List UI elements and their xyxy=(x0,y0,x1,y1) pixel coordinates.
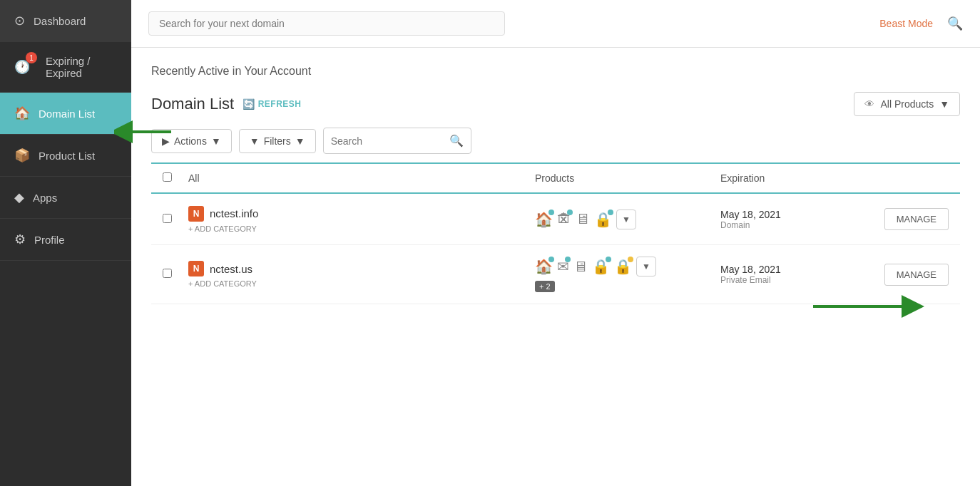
col-all-header: All xyxy=(188,172,535,184)
filters-chevron-icon: ▼ xyxy=(295,135,305,147)
sidebar-item-expiring[interactable]: 🕐 1 Expiring / Expired xyxy=(0,42,131,93)
profile-icon: ⚙ xyxy=(14,232,26,247)
col-check xyxy=(163,172,188,184)
row1-products: 🏠 🏚 🖥 🔒 xyxy=(535,210,720,229)
server-icon: 🖥 xyxy=(576,211,590,227)
sidebar-item-label: Apps xyxy=(33,192,57,204)
chevron-down-icon: ▼ xyxy=(939,98,949,110)
hosting-dot xyxy=(548,210,554,215)
filter-icon: ▼ xyxy=(250,135,260,147)
search-bar-right: Beast Mode 🔍 xyxy=(879,16,963,31)
sidebar-item-domain-list[interactable]: 🏠 Domain List xyxy=(0,93,131,135)
row1-manage-button[interactable]: MANAGE xyxy=(884,208,949,230)
refresh-label: REFRESH xyxy=(258,99,302,109)
table-row: N nctest.info + ADD CATEGORY 🏠 xyxy=(151,194,960,245)
lock-icon: 🔒 xyxy=(594,211,612,228)
refresh-button[interactable]: 🔄 REFRESH xyxy=(243,98,301,110)
server2-icon: 🖥 xyxy=(573,259,588,275)
sidebar-item-label: Expiring / Expired xyxy=(46,55,117,79)
sidebar-item-label: Profile xyxy=(34,234,65,246)
domain-list-icon: 🏠 xyxy=(14,105,30,121)
actions-button[interactable]: ▶ Actions ▼ xyxy=(151,129,232,153)
all-products-button[interactable]: 👁 All Products ▼ xyxy=(854,92,960,116)
search-icon[interactable]: 🔍 xyxy=(947,16,963,31)
filters-button[interactable]: ▼ Filters ▼ xyxy=(239,129,316,153)
hosting2-dot xyxy=(548,257,554,262)
apps-icon: ◆ xyxy=(14,190,24,205)
row2-expiration-date: May 18, 2021 xyxy=(720,264,863,275)
row1-domain-cell: N nctest.info + ADD CATEGORY xyxy=(188,206,535,233)
sidebar-item-profile[interactable]: ⚙ Profile xyxy=(0,219,131,261)
lock3-icon: 🔒 xyxy=(614,258,632,275)
ssl-dot xyxy=(567,210,573,215)
row1-expand-button[interactable]: ▼ xyxy=(616,210,636,229)
expiring-badge: 1 xyxy=(26,52,37,63)
row1-add-category[interactable]: + ADD CATEGORY xyxy=(188,224,535,233)
lock3-dot xyxy=(628,257,633,262)
sidebar-item-apps[interactable]: ◆ Apps xyxy=(0,177,131,219)
hosting2-icon: 🏠 xyxy=(535,258,553,275)
actions-chevron-icon: ▼ xyxy=(211,135,221,147)
toolbar-search-input[interactable] xyxy=(331,135,445,147)
row2-checkbox[interactable] xyxy=(163,269,172,278)
sidebar-item-dashboard[interactable]: ⊙ Dashboard xyxy=(0,0,131,42)
row2-domain-icon: N xyxy=(188,261,204,276)
expiration-header-label: Expiration xyxy=(720,172,765,184)
all-products-label: All Products xyxy=(880,98,934,110)
domain-list-title: Domain List 🔄 REFRESH xyxy=(151,95,302,113)
row2-check xyxy=(163,268,188,281)
search-bar: Beast Mode 🔍 xyxy=(131,0,980,48)
row1-domain-icon: N xyxy=(188,206,204,222)
recently-active-label: Recently Active in Your Account xyxy=(151,65,960,78)
lock-dot xyxy=(608,210,613,215)
dashboard-icon: ⊙ xyxy=(14,13,25,29)
email2-dot xyxy=(565,257,571,262)
row2-domain-text: nctest.us xyxy=(210,263,252,275)
row1-product-icons: 🏠 🏚 🖥 🔒 xyxy=(535,210,720,229)
all-header-label: All xyxy=(188,172,200,184)
toolbar-search-wrap[interactable]: 🔍 xyxy=(323,128,471,154)
select-all-checkbox[interactable] xyxy=(163,172,172,182)
expiring-badge-wrap: 🕐 1 xyxy=(14,59,37,75)
sidebar-item-product-list[interactable]: 📦 Product List xyxy=(0,135,131,177)
row2-products: 🏠 ✉ 🖥 🔒 xyxy=(535,257,720,292)
toolbar: ▶ Actions ▼ ▼ Filters ▼ 🔍 xyxy=(151,128,960,162)
row2-domain-name: N nctest.us xyxy=(188,261,535,276)
row1-check xyxy=(163,213,188,226)
domain-search-input[interactable] xyxy=(159,18,494,29)
row1-expiration-type: Domain xyxy=(720,220,863,230)
main-content: Beast Mode 🔍 Recently Active in Your Acc… xyxy=(131,0,980,486)
row2-action: MANAGE xyxy=(863,264,949,286)
products-header-label: Products xyxy=(535,172,574,184)
col-expiration-header: Expiration xyxy=(720,172,863,184)
row1-action: MANAGE xyxy=(863,208,949,230)
row1-expiration-date: May 18, 2021 xyxy=(720,209,863,220)
content-area: Recently Active in Your Account Domain L… xyxy=(131,48,980,321)
sidebar: ⊙ Dashboard 🕐 1 Expiring / Expired 🏠 Dom… xyxy=(0,0,131,486)
ssl-icon: 🏚 xyxy=(557,211,571,227)
row1-domain-name: N nctest.info xyxy=(188,206,535,222)
row2-add-category-label: + ADD CATEGORY xyxy=(188,279,257,288)
row2-domain-cell: N nctest.us + ADD CATEGORY xyxy=(188,261,535,288)
row2-plus-badge: + 2 xyxy=(535,281,555,292)
row2-expiration: May 18, 2021 Private Email xyxy=(720,264,863,285)
row1-expiration: May 18, 2021 Domain xyxy=(720,209,863,230)
beast-mode-link[interactable]: Beast Mode xyxy=(879,18,933,29)
row1-checkbox[interactable] xyxy=(163,214,172,223)
row2-product-icons: 🏠 ✉ 🖥 🔒 xyxy=(535,257,720,276)
domain-search-wrap[interactable] xyxy=(148,11,505,36)
row2-add-category[interactable]: + ADD CATEGORY xyxy=(188,279,535,288)
toolbar-search-icon: 🔍 xyxy=(449,134,464,148)
product-list-icon: 📦 xyxy=(14,148,30,163)
actions-label: Actions xyxy=(174,135,207,147)
sidebar-item-label: Domain List xyxy=(39,108,95,120)
refresh-icon: 🔄 xyxy=(243,98,255,110)
filters-label: Filters xyxy=(264,135,291,147)
row2-manage-button[interactable]: MANAGE xyxy=(884,264,949,286)
row2-expand-button[interactable]: ▼ xyxy=(636,257,656,276)
row1-add-category-label: + ADD CATEGORY xyxy=(188,224,257,233)
col-products-header: Products xyxy=(535,172,720,184)
sidebar-item-label: Dashboard xyxy=(34,15,86,27)
table-row: N nctest.us + ADD CATEGORY 🏠 xyxy=(151,245,960,304)
domain-list-header: Domain List 🔄 REFRESH 👁 All Products ▼ xyxy=(151,92,960,116)
